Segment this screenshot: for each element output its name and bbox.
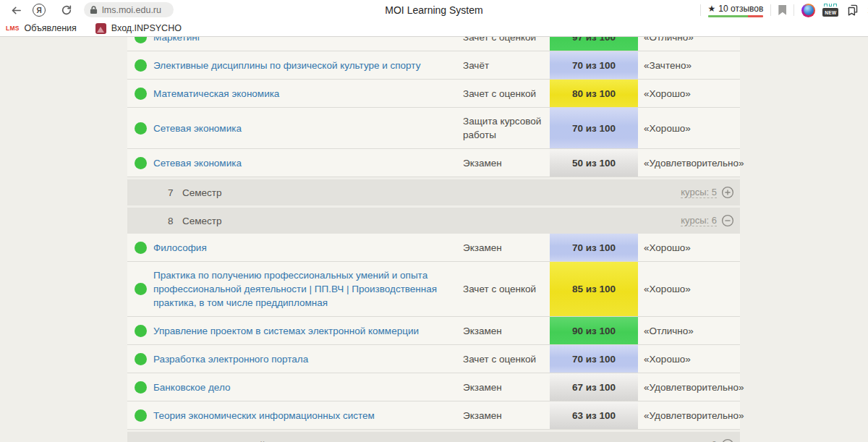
semester-label: Семестр [182, 216, 222, 226]
bookmark-item-inpsycho[interactable]: Вход.INPSYCHO [95, 23, 182, 34]
refresh-button[interactable] [56, 0, 77, 20]
semester-controls: курсы: 5 [681, 186, 734, 199]
page-title: MOI Learning System [385, 0, 482, 20]
status-cell [127, 401, 153, 429]
status-dot-green-icon [135, 353, 147, 365]
toolbar-right-cluster: ★ 10 отзывов NEW › [700, 0, 868, 20]
courses-count-link[interactable]: курсы: 3 [681, 439, 717, 442]
bookmark-item-announcements[interactable]: LMS Объявления [6, 23, 77, 33]
course-link[interactable]: Управление проектом в системах электронн… [153, 324, 419, 338]
course-link[interactable]: Сетевая экономика [153, 122, 242, 135]
status-cell [127, 37, 153, 51]
semester-row: 9Семестр (осенний)курсы: 3 [127, 432, 740, 442]
inpsycho-favicon [95, 23, 106, 34]
status-cell [127, 51, 153, 79]
course-row: МаркетингЗачет с оценкой97 из 100«Отличн… [127, 37, 740, 51]
grade-cell: «Хорошо» [638, 345, 740, 373]
course-name-cell: Теория экономических информационных сист… [153, 401, 463, 429]
semester-row: 7Семестркурсы: 5 [127, 179, 740, 205]
exam-type-cell: Защита курсовой работы [463, 108, 550, 148]
yandex-button[interactable]: Я [29, 0, 49, 20]
course-link[interactable]: Практика по получению профессиональных у… [153, 268, 453, 310]
courses-count-link[interactable]: курсы: 6 [681, 215, 717, 226]
semester-label: Семестр [182, 187, 222, 198]
course-name-cell: Управление проектом в системах электронн… [153, 317, 463, 344]
expand-plus-icon[interactable] [721, 438, 734, 442]
score-cell: 70 из 100 [550, 51, 638, 79]
course-name-cell: Математическая экономика [153, 80, 463, 107]
collections-icon[interactable] [846, 4, 860, 17]
course-link[interactable]: Банковское дело [153, 381, 230, 394]
score-cell: 90 из 100 [550, 317, 638, 344]
exam-type-cell: Зачёт [463, 51, 550, 79]
course-row: Элективные дисциплины по физической куль… [127, 51, 740, 80]
star-icon: ★ [708, 4, 716, 14]
exam-type-cell: Зачет с оценкой [463, 345, 550, 373]
score-cell: 97 из 100 [550, 37, 638, 51]
collapse-minus-icon[interactable] [721, 214, 734, 227]
reviews-count-label: 10 отзывов [718, 4, 763, 14]
score-cell: 63 из 100 [550, 401, 638, 429]
course-name-cell: Философия [153, 234, 463, 261]
course-link[interactable]: Маркетинг [153, 37, 201, 44]
grade-cell: «Хорошо» [638, 80, 740, 107]
status-dot-green-icon [135, 37, 147, 43]
course-name-cell: Сетевая экономика [153, 149, 463, 177]
course-row: Управление проектом в системах электронн… [127, 317, 740, 345]
course-link[interactable]: Элективные дисциплины по физической куль… [153, 59, 420, 72]
bookmark-label: Вход.INPSYCHO [111, 23, 182, 33]
lms-page: МаркетингЗачет с оценкой97 из 100«Отличн… [0, 37, 868, 442]
grade-cell: «Хорошо» [638, 262, 740, 316]
exam-type-cell: Зачет с оценкой [463, 37, 550, 51]
lms-favicon: LMS [6, 25, 20, 32]
back-arrow-icon [10, 4, 22, 17]
course-link[interactable]: Теория экономических информационных сист… [153, 409, 375, 422]
status-dot-green-icon [135, 157, 147, 169]
status-cell [127, 80, 153, 107]
exam-type-cell: Экзамен [463, 149, 550, 177]
lens-extension-icon[interactable] [801, 4, 815, 17]
grade-cell: «Отлично» [638, 37, 740, 51]
course-row: Практика по получению профессиональных у… [127, 262, 740, 317]
new-badge-extension-icon[interactable]: NEW [822, 3, 838, 17]
status-dot-green-icon [135, 122, 147, 135]
bookmark-label: Объявления [25, 23, 77, 33]
course-link[interactable]: Философия [153, 241, 207, 255]
exam-type-cell: Экзамен [463, 317, 550, 344]
back-button[interactable] [6, 0, 26, 20]
course-name-cell: Практика по получению профессиональных у… [153, 262, 463, 316]
url-text: lms.moi.edu.ru [102, 5, 161, 15]
course-link[interactable]: Математическая экономика [153, 87, 279, 101]
grades-table: МаркетингЗачет с оценкой97 из 100«Отличн… [127, 37, 740, 442]
status-dot-green-icon [135, 381, 147, 394]
score-cell: 70 из 100 [550, 108, 638, 148]
status-cell [127, 149, 153, 177]
course-row: Математическая экономикаЗачет с оценкой8… [127, 80, 740, 108]
course-link[interactable]: Сетевая экономика [153, 156, 242, 170]
course-link[interactable]: Разработка электронного портала [153, 352, 308, 366]
score-cell: 80 из 100 [550, 80, 638, 107]
score-cell: 50 из 100 [550, 149, 638, 177]
semester-controls: курсы: 3 [681, 438, 734, 442]
semester-label: Семестр (осенний) [182, 440, 268, 442]
separator [770, 4, 771, 16]
teal-marks-icon [824, 4, 837, 7]
exam-type-cell: Зачет с оценкой [463, 262, 550, 316]
status-dot-green-icon [135, 283, 147, 295]
status-cell [127, 373, 153, 401]
rating-bar [708, 15, 764, 17]
exam-type-cell: Зачет с оценкой [463, 80, 550, 107]
status-dot-green-icon [135, 242, 147, 254]
address-bar[interactable]: lms.moi.edu.ru [84, 2, 174, 17]
score-cell: 70 из 100 [550, 345, 638, 373]
bookmark-flag-icon[interactable] [778, 5, 786, 15]
courses-count-link[interactable]: курсы: 5 [681, 187, 717, 198]
course-row: Разработка электронного порталаЗачет с о… [127, 345, 740, 373]
score-cell: 85 из 100 [550, 262, 638, 316]
grade-cell: «Хорошо» [638, 234, 740, 261]
course-row: Сетевая экономикаЭкзамен50 из 100«Удовле… [127, 149, 740, 177]
expand-plus-icon[interactable] [721, 186, 734, 199]
status-dot-green-icon [135, 88, 147, 100]
score-cell: 70 из 100 [550, 234, 638, 261]
site-rating-widget[interactable]: ★ 10 отзывов [708, 4, 764, 17]
